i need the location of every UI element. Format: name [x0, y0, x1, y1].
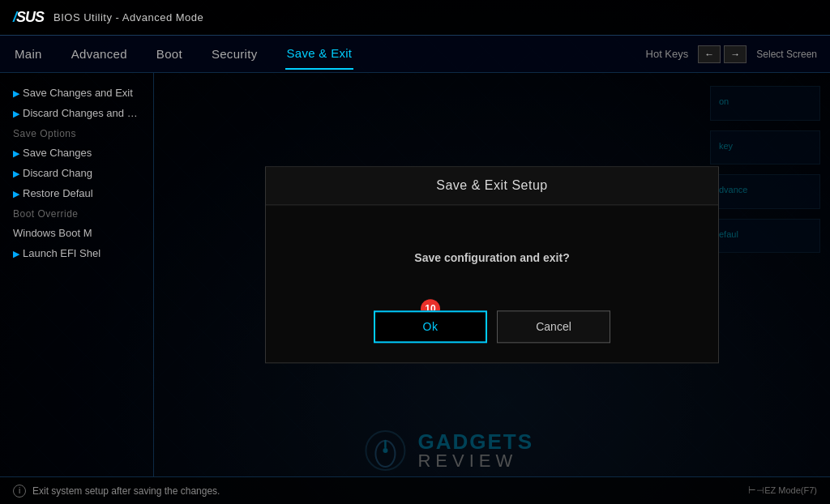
menu-save-changes-exit[interactable]: ▶Save Changes and Exit [0, 83, 153, 103]
top-bar: /SUS BIOS Utility - Advanced Mode [0, 0, 830, 36]
dialog-title-bar: Save & Exit Setup [266, 167, 718, 205]
bios-title: BIOS Utility - Advanced Mode [53, 11, 203, 23]
content-area: ▶Save Changes and Exit ▶Discard Changes … [0, 73, 830, 476]
ez-mode-label[interactable]: ⊢⊣EZ Mode(F7) [748, 485, 817, 496]
dialog-title: Save & Exit Setup [436, 178, 547, 192]
center-area: Save & Exit Setup Save configuration and… [154, 73, 830, 476]
select-screen-label: Select Screen [756, 49, 817, 60]
ok-button[interactable]: Ok [374, 310, 487, 343]
arrow-right-btn[interactable]: → [724, 45, 747, 63]
boot-override-label: Boot Override [0, 203, 153, 223]
ok-btn-wrapper: 10 Ok [374, 310, 487, 343]
arrow-left-btn[interactable]: ← [698, 45, 721, 63]
bottom-info-text: Exit system setup after saving the chang… [32, 485, 220, 497]
asus-logo: /SUS [13, 9, 44, 26]
nav-advanced[interactable]: Advanced [70, 39, 129, 69]
nav-arrows: ← → [698, 45, 747, 63]
bottom-bar: i Exit system setup after saving the cha… [0, 476, 830, 504]
nav-main[interactable]: Main [13, 39, 44, 69]
nav-save-exit[interactable]: Save & Exit [285, 38, 354, 70]
save-options-label: Save Options [0, 123, 153, 143]
info-circle-icon: i [13, 485, 26, 498]
dialog-message: Save configuration and exit? [414, 251, 569, 264]
menu-windows-boot[interactable]: Windows Boot M [0, 223, 153, 243]
menu-restore-defaults[interactable]: ▶Restore Defaul [0, 183, 153, 203]
nav-boot[interactable]: Boot [155, 39, 184, 69]
save-exit-dialog: Save & Exit Setup Save configuration and… [265, 166, 719, 363]
menu-discard-changes-exit[interactable]: ▶Discard Changes and Exit [0, 103, 153, 123]
nav-bar: Main Advanced Boot Security Save & Exit … [0, 36, 830, 73]
left-panel: ▶Save Changes and Exit ▶Discard Changes … [0, 73, 154, 476]
nav-security[interactable]: Security [210, 39, 259, 69]
cancel-button[interactable]: Cancel [497, 310, 610, 343]
hot-keys-label: Hot Keys [646, 48, 689, 60]
menu-save-changes[interactable]: ▶Save Changes [0, 143, 153, 163]
dialog-body: Save configuration and exit? [266, 205, 718, 302]
dialog-footer: 10 Ok Cancel [266, 302, 718, 362]
nav-right: Hot Keys ← → Select Screen [646, 45, 817, 63]
bottom-info: i Exit system setup after saving the cha… [13, 485, 220, 498]
menu-discard-changes[interactable]: ▶Discard Chang [0, 163, 153, 183]
menu-launch-efi[interactable]: ▶Launch EFI Shel [0, 243, 153, 263]
bios-container: /SUS BIOS Utility - Advanced Mode Main A… [0, 0, 830, 504]
